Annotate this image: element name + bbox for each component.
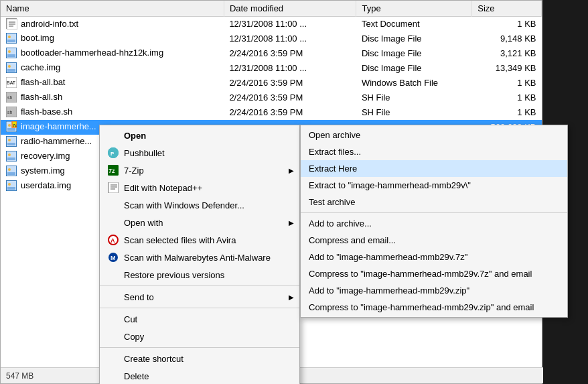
context-menu-item[interactable]: Send to: [100, 288, 299, 306]
col-header-date[interactable]: Date modified: [224, 1, 356, 17]
menu-item-label: Scan selected files with Avira: [124, 235, 236, 245]
malwarebytes-icon: M: [108, 252, 119, 263]
file-name: bootloader-hammerhead-hhz12k.img: [21, 48, 163, 58]
file-icon: [6, 62, 17, 73]
context-menu-item[interactable]: Create shortcut: [100, 350, 299, 367]
submenu-item[interactable]: Compress to "image-hammerhead-mmb29v.zip…: [301, 299, 567, 316]
svg-point-15: [8, 65, 11, 68]
col-header-size[interactable]: Size: [472, 1, 542, 17]
svg-text:BAT: BAT: [7, 80, 16, 85]
svg-rect-29: [7, 143, 15, 145]
context-menu-item[interactable]: Delete: [100, 367, 299, 384]
submenu-item[interactable]: Extract Here: [301, 160, 567, 177]
file-date: 2/24/2016 3:59 PM: [224, 105, 356, 120]
svg-text:7z: 7z: [108, 168, 115, 174]
file-type: Disc Image File: [356, 46, 472, 61]
svg-point-42: [8, 183, 11, 186]
table-row[interactable]: boot.img12/31/2008 11:00 ...Disc Image F…: [1, 31, 542, 46]
file-icon: 7z: [6, 121, 17, 132]
file-date: 2/24/2016 3:59 PM: [224, 46, 356, 61]
context-menu-item[interactable]: MScan with Malwarebytes Anti-Malware: [100, 249, 299, 266]
file-name: android-info.txt: [21, 19, 78, 29]
table-row[interactable]: android-info.txt12/31/2008 11:00 ...Text…: [1, 17, 542, 31]
file-date: 2/24/2016 3:59 PM: [224, 90, 356, 105]
menu-item-label: Pushbullet: [124, 148, 165, 158]
svg-point-11: [8, 50, 11, 53]
file-icon: sh: [6, 92, 17, 103]
context-menu-item[interactable]: Open with: [100, 214, 299, 231]
none-icon: [108, 331, 119, 342]
svg-rect-41: [7, 187, 15, 190]
sevenzip-icon: 7z: [108, 165, 119, 176]
file-icon: sh: [6, 107, 17, 117]
file-type: Windows Batch File: [356, 76, 472, 90]
context-menu-item[interactable]: Edit with Notepad++: [100, 179, 299, 196]
svg-rect-47: [108, 182, 118, 193]
svg-text:7z: 7z: [13, 123, 17, 127]
menu-item-label: Send to: [124, 292, 154, 302]
submenu-item[interactable]: Add to archive...: [301, 215, 567, 232]
menu-separator: [100, 308, 299, 308]
menu-item-label: Scan with Malwarebytes Anti-Malware: [124, 253, 271, 263]
context-menu-item[interactable]: AScan selected files with Avira: [100, 231, 299, 249]
menu-item-label: Delete: [124, 371, 149, 381]
file-name: flash-all.bat: [21, 77, 65, 87]
context-menu: OpenPPushbullet7z7-ZipEdit with Notepad+…: [99, 125, 300, 384]
file-size: 13,349 KB: [472, 61, 542, 76]
submenu-item-label: Compress to "image-hammerhead-mmb29v.zip…: [309, 302, 534, 312]
file-icon: [6, 180, 17, 191]
file-type: Disc Image File: [356, 31, 472, 46]
submenu-item[interactable]: Compress and email...: [301, 232, 567, 249]
context-menu-item[interactable]: Open: [100, 127, 299, 144]
file-size: 3,121 KB: [472, 46, 542, 61]
submenu-item[interactable]: Compress to "image-hammerhead-mmb29v.7z"…: [301, 265, 567, 282]
file-name: image-hammerhe...: [21, 121, 96, 131]
table-row[interactable]: shflash-base.sh2/24/2016 3:59 PMSH File1…: [1, 105, 542, 120]
status-text: 547 MB: [6, 371, 33, 381]
submenu-item[interactable]: Extract files...: [301, 143, 567, 160]
none-icon: [108, 269, 119, 280]
file-size: 1 KB: [472, 76, 542, 90]
none-icon: [108, 353, 119, 364]
submenu-item[interactable]: Test archive: [301, 194, 567, 210]
col-header-name[interactable]: Name: [1, 1, 224, 17]
menu-separator: [100, 285, 299, 286]
svg-text:A: A: [111, 237, 115, 244]
file-icon: [6, 151, 17, 162]
file-icon: [6, 166, 17, 176]
file-name: flash-all.sh: [21, 92, 62, 102]
file-size: 9,148 KB: [472, 31, 542, 46]
submenu-item-label: Extract to "image-hammerhead-mmb29v\": [309, 180, 471, 190]
none-icon: [108, 371, 119, 381]
context-menu-item[interactable]: Restore previous versions: [100, 266, 299, 283]
file-size: 1 KB: [472, 90, 542, 105]
submenu-item[interactable]: Extract to "image-hammerhead-mmb29v\": [301, 177, 567, 194]
submenu-item[interactable]: Open archive: [301, 127, 567, 143]
svg-rect-37: [7, 172, 15, 175]
file-name: boot.img: [21, 33, 54, 43]
svg-rect-14: [7, 69, 15, 72]
submenu-item-label: Open archive: [309, 130, 360, 140]
table-row[interactable]: cache.img12/31/2008 11:00 ...Disc Image …: [1, 61, 542, 76]
menu-item-label: Copy: [124, 332, 144, 342]
context-menu-item[interactable]: Cut: [100, 310, 299, 328]
svg-rect-6: [7, 40, 15, 42]
none-icon: [108, 130, 119, 141]
svg-point-38: [8, 168, 11, 171]
table-row[interactable]: BATflash-all.bat2/24/2016 3:59 PMWindows…: [1, 76, 542, 90]
context-menu-item[interactable]: Copy: [100, 328, 299, 345]
submenu-item-label: Compress to "image-hammerhead-mmb29v.7z"…: [309, 269, 532, 279]
submenu-item[interactable]: Add to "image-hammerhead-mmb29v.zip": [301, 282, 567, 299]
none-icon: [108, 217, 119, 228]
submenu-item[interactable]: Add to "image-hammerhead-mmb29v.7z": [301, 249, 567, 265]
col-header-type[interactable]: Type: [356, 1, 472, 17]
menu-item-label: 7-Zip: [124, 166, 144, 176]
table-row[interactable]: shflash-all.sh2/24/2016 3:59 PMSH File1 …: [1, 90, 542, 105]
context-menu-item[interactable]: PPushbullet: [100, 144, 299, 162]
none-icon: [108, 292, 119, 302]
svg-text:M: M: [111, 255, 116, 261]
menu-item-label: Create shortcut: [124, 354, 183, 364]
context-menu-item[interactable]: Scan with Windows Defender...: [100, 196, 299, 214]
context-menu-item[interactable]: 7z7-Zip: [100, 162, 299, 179]
table-row[interactable]: bootloader-hammerhead-hhz12k.img2/24/201…: [1, 46, 542, 61]
